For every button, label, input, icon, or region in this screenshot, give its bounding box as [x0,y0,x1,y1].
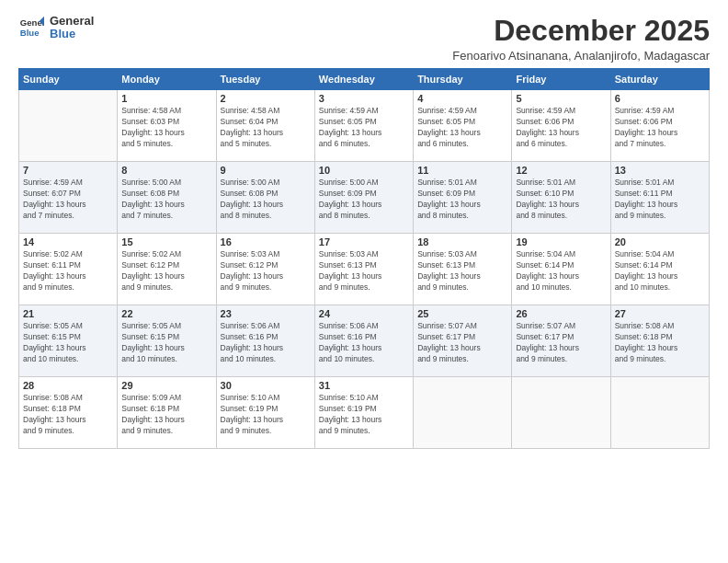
calendar-cell: 4Sunrise: 4:59 AMSunset: 6:05 PMDaylight… [414,90,512,162]
day-info: Sunrise: 5:05 AMSunset: 6:15 PMDaylight:… [23,321,113,365]
calendar-cell: 8Sunrise: 5:00 AMSunset: 6:08 PMDaylight… [118,162,216,234]
day-number: 16 [221,236,311,247]
day-number: 28 [23,380,113,391]
calendar-cell: 30Sunrise: 5:10 AMSunset: 6:19 PMDayligh… [216,377,314,449]
calendar-cell: 24Sunrise: 5:06 AMSunset: 6:16 PMDayligh… [314,305,413,377]
day-number: 11 [417,165,507,176]
day-number: 10 [319,165,409,176]
calendar-cell: 16Sunrise: 5:03 AMSunset: 6:12 PMDayligh… [216,234,314,305]
calendar-table: SundayMondayTuesdayWednesdayThursdayFrid… [18,68,710,449]
day-number: 4 [417,93,507,104]
day-number: 3 [319,93,409,104]
calendar-cell: 21Sunrise: 5:05 AMSunset: 6:15 PMDayligh… [19,305,118,377]
logo: General Blue General Blue [18,15,94,41]
day-info: Sunrise: 5:03 AMSunset: 6:13 PMDaylight:… [319,249,409,293]
day-info: Sunrise: 5:02 AMSunset: 6:12 PMDaylight:… [121,249,211,293]
day-info: Sunrise: 4:59 AMSunset: 6:06 PMDaylight:… [615,106,705,150]
day-number: 25 [417,308,507,319]
calendar-cell: 19Sunrise: 5:04 AMSunset: 6:14 PMDayligh… [512,234,610,305]
calendar-cell: 11Sunrise: 5:01 AMSunset: 6:09 PMDayligh… [414,162,512,234]
calendar-cell: 22Sunrise: 5:05 AMSunset: 6:15 PMDayligh… [118,305,216,377]
calendar-cell: 31Sunrise: 5:10 AMSunset: 6:19 PMDayligh… [314,377,413,449]
day-number: 14 [23,236,113,247]
day-info: Sunrise: 5:10 AMSunset: 6:19 PMDaylight:… [221,393,311,437]
day-number: 8 [121,165,211,176]
day-info: Sunrise: 5:06 AMSunset: 6:16 PMDaylight:… [319,321,409,365]
day-number: 26 [516,308,606,319]
logo-blue: Blue [50,28,94,40]
calendar-cell: 28Sunrise: 5:08 AMSunset: 6:18 PMDayligh… [19,377,118,449]
day-info: Sunrise: 5:03 AMSunset: 6:13 PMDaylight:… [417,249,507,293]
day-info: Sunrise: 5:03 AMSunset: 6:12 PMDaylight:… [221,249,311,293]
col-header-friday: Friday [512,69,610,90]
day-info: Sunrise: 4:58 AMSunset: 6:03 PMDaylight:… [121,106,211,150]
day-number: 12 [516,165,606,176]
col-header-wednesday: Wednesday [314,69,413,90]
day-number: 7 [23,165,113,176]
calendar-week-row: 14Sunrise: 5:02 AMSunset: 6:11 PMDayligh… [19,234,710,305]
calendar-cell: 29Sunrise: 5:09 AMSunset: 6:18 PMDayligh… [118,377,216,449]
day-info: Sunrise: 4:59 AMSunset: 6:05 PMDaylight:… [319,106,409,150]
day-number: 6 [615,93,705,104]
day-number: 29 [121,380,211,391]
location-title: Fenoarivo Atsinanana, Analanjirofo, Mada… [452,49,710,63]
day-number: 17 [319,236,409,247]
calendar-cell: 3Sunrise: 4:59 AMSunset: 6:05 PMDaylight… [314,90,413,162]
day-number: 31 [319,380,409,391]
calendar-cell: 5Sunrise: 4:59 AMSunset: 6:06 PMDaylight… [512,90,610,162]
calendar-cell: 23Sunrise: 5:06 AMSunset: 6:16 PMDayligh… [216,305,314,377]
calendar-page: General Blue General Blue December 2025 … [0,0,728,563]
day-number: 13 [615,165,705,176]
calendar-cell: 20Sunrise: 5:04 AMSunset: 6:14 PMDayligh… [610,234,709,305]
day-info: Sunrise: 5:10 AMSunset: 6:19 PMDaylight:… [319,393,409,437]
day-info: Sunrise: 5:01 AMSunset: 6:09 PMDaylight:… [417,178,507,222]
calendar-cell: 2Sunrise: 4:58 AMSunset: 6:04 PMDaylight… [216,90,314,162]
calendar-cell: 1Sunrise: 4:58 AMSunset: 6:03 PMDaylight… [118,90,216,162]
day-number: 20 [615,236,705,247]
calendar-cell: 17Sunrise: 5:03 AMSunset: 6:13 PMDayligh… [314,234,413,305]
day-info: Sunrise: 5:00 AMSunset: 6:08 PMDaylight:… [121,178,211,222]
calendar-cell: 27Sunrise: 5:08 AMSunset: 6:18 PMDayligh… [610,305,709,377]
col-header-saturday: Saturday [610,69,709,90]
month-title: December 2025 [452,15,710,47]
calendar-cell [610,377,709,449]
day-number: 23 [221,308,311,319]
day-number: 22 [121,308,211,319]
day-number: 9 [221,165,311,176]
calendar-week-row: 28Sunrise: 5:08 AMSunset: 6:18 PMDayligh… [19,377,710,449]
day-info: Sunrise: 5:01 AMSunset: 6:11 PMDaylight:… [615,178,705,222]
day-info: Sunrise: 5:04 AMSunset: 6:14 PMDaylight:… [516,249,606,293]
day-number: 18 [417,236,507,247]
day-info: Sunrise: 5:01 AMSunset: 6:10 PMDaylight:… [516,178,606,222]
day-info: Sunrise: 5:00 AMSunset: 6:09 PMDaylight:… [319,178,409,222]
day-info: Sunrise: 5:04 AMSunset: 6:14 PMDaylight:… [615,249,705,293]
col-header-thursday: Thursday [414,69,512,90]
title-block: December 2025 Fenoarivo Atsinanana, Anal… [452,15,710,63]
day-number: 27 [615,308,705,319]
calendar-cell: 13Sunrise: 5:01 AMSunset: 6:11 PMDayligh… [610,162,709,234]
day-info: Sunrise: 5:05 AMSunset: 6:15 PMDaylight:… [121,321,211,365]
calendar-cell: 7Sunrise: 4:59 AMSunset: 6:07 PMDaylight… [19,162,118,234]
calendar-week-row: 1Sunrise: 4:58 AMSunset: 6:03 PMDaylight… [19,90,710,162]
calendar-cell: 6Sunrise: 4:59 AMSunset: 6:06 PMDaylight… [610,90,709,162]
calendar-cell: 25Sunrise: 5:07 AMSunset: 6:17 PMDayligh… [414,305,512,377]
calendar-cell: 9Sunrise: 5:00 AMSunset: 6:08 PMDaylight… [216,162,314,234]
day-info: Sunrise: 5:08 AMSunset: 6:18 PMDaylight:… [23,393,113,437]
day-info: Sunrise: 4:59 AMSunset: 6:05 PMDaylight:… [417,106,507,150]
day-number: 2 [221,93,311,104]
svg-text:Blue: Blue [20,28,40,38]
calendar-header-row: SundayMondayTuesdayWednesdayThursdayFrid… [19,69,710,90]
day-info: Sunrise: 5:06 AMSunset: 6:16 PMDaylight:… [221,321,311,365]
day-info: Sunrise: 4:59 AMSunset: 6:07 PMDaylight:… [23,178,113,222]
calendar-cell: 14Sunrise: 5:02 AMSunset: 6:11 PMDayligh… [19,234,118,305]
calendar-cell: 15Sunrise: 5:02 AMSunset: 6:12 PMDayligh… [118,234,216,305]
header: General Blue General Blue December 2025 … [18,15,710,63]
day-number: 1 [121,93,211,104]
calendar-week-row: 21Sunrise: 5:05 AMSunset: 6:15 PMDayligh… [19,305,710,377]
day-number: 21 [23,308,113,319]
col-header-tuesday: Tuesday [216,69,314,90]
calendar-cell [19,90,118,162]
calendar-cell: 18Sunrise: 5:03 AMSunset: 6:13 PMDayligh… [414,234,512,305]
logo-general: General [50,15,94,28]
day-info: Sunrise: 5:00 AMSunset: 6:08 PMDaylight:… [221,178,311,222]
